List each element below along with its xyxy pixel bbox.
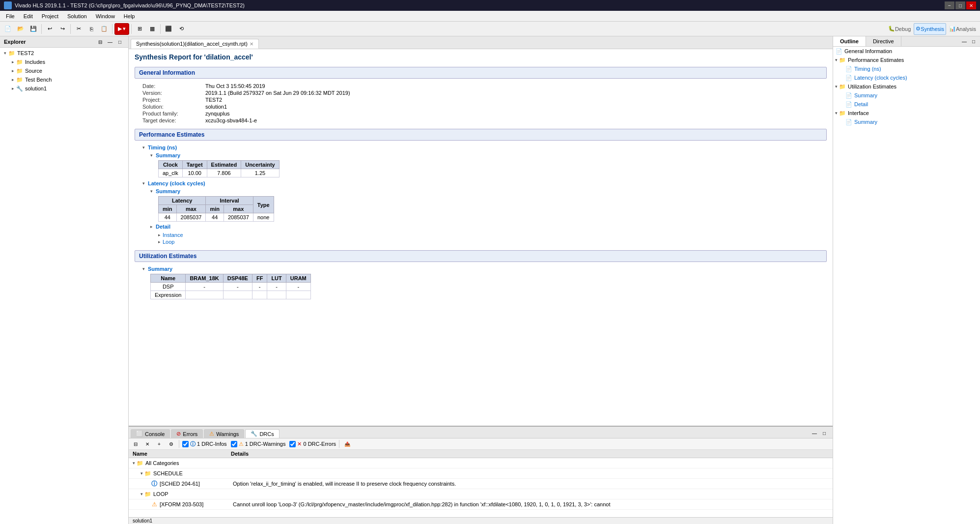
menu-bar: File Edit Project Solution Window Help	[0, 11, 980, 22]
drc-infos-checkbox-label[interactable]: ⓘ 1 DRC-Infos	[182, 440, 227, 448]
drc-infos-checkbox[interactable]	[182, 441, 189, 447]
outline-item-latency[interactable]: 📄 Latency (clock cycles)	[833, 73, 980, 82]
run-synthesis-button[interactable]: ▶ ▾	[114, 23, 129, 35]
outline-tab[interactable]: Outline	[833, 36, 866, 46]
tree-item-testbench[interactable]: ▸ 📁 Test Bench	[0, 75, 128, 84]
tab-errors[interactable]: ⊘ Errors	[171, 429, 203, 438]
open-btn[interactable]: 📂	[15, 23, 27, 35]
latency-cell-min: 44	[159, 213, 177, 222]
tab-close-btn[interactable]: ✕	[250, 41, 253, 47]
outline-item-util-summary[interactable]: 📄 Summary	[833, 91, 980, 100]
separator-4	[131, 24, 132, 34]
bottom-panel-minimize-btn[interactable]: —	[810, 429, 819, 437]
tree-item-includes[interactable]: ▸ 📁 Includes	[0, 58, 128, 66]
util-cell-lut-expr	[267, 291, 286, 299]
outline-item-timing[interactable]: 📄 Timing (ns)	[833, 64, 980, 73]
explorer-minimize-btn[interactable]: —	[106, 38, 114, 46]
tree-item-test2[interactable]: ▾ 📁 TEST2	[0, 49, 128, 58]
grid-view-btn[interactable]: ⊞	[134, 23, 145, 35]
tree-label-includes: Includes	[25, 59, 45, 65]
drc-warnings-checkbox[interactable]	[231, 441, 237, 447]
cut-btn[interactable]: ✂	[73, 23, 84, 35]
drc-arrow-all-categories: ▾	[133, 461, 135, 466]
explorer-collapse-btn[interactable]: ⊟	[96, 38, 105, 46]
latency-header[interactable]: ▾ Latency (clock cycles)	[142, 180, 827, 186]
outline-item-util-estimates[interactable]: ▾ 📁 Utilization Estimates	[833, 82, 980, 91]
outline-item-util-detail[interactable]: 📄 Detail	[833, 100, 980, 109]
detail-instance[interactable]: ▸ Instance	[158, 232, 827, 238]
tab-warnings-label: Warnings	[216, 431, 239, 437]
latency-detail-header[interactable]: ▸ Detail	[150, 224, 827, 230]
right-panel-minimize-btn[interactable]: —	[960, 37, 969, 45]
new-file-btn[interactable]: 📄	[2, 23, 14, 35]
reset-btn[interactable]: ⟲	[175, 23, 187, 35]
drc-filter-btn[interactable]: ⊟	[131, 439, 140, 448]
directive-tab[interactable]: Directive	[866, 36, 901, 46]
minimize-button[interactable]: −	[945, 1, 954, 9]
copy-btn[interactable]: ⎘	[85, 23, 97, 35]
synthesis-report-tab[interactable]: Synthesis(solution1)(dilation_accel_csyn…	[131, 39, 259, 49]
separator-2	[70, 24, 71, 34]
explorer-maximize-btn[interactable]: □	[115, 38, 124, 46]
util-summary-header[interactable]: ▾ Summary	[142, 266, 827, 272]
drc-export-btn[interactable]: 📤	[342, 439, 352, 448]
drc-row-all-categories[interactable]: ▾ 📁 All Categories	[129, 458, 833, 468]
label-version: Version:	[142, 90, 201, 96]
interval-col-max: max	[224, 205, 253, 213]
interval-col-min: min	[206, 205, 224, 213]
drc-row-xform-203-503[interactable]: ⚠ [XFORM 203-503] Cannot unroll loop 'Lo…	[129, 499, 833, 510]
outline-item-interface-summary[interactable]: 📄 Summary	[833, 117, 980, 126]
menu-file[interactable]: File	[2, 12, 19, 20]
undo-btn[interactable]: ↩	[44, 23, 56, 35]
debug-tab-btn[interactable]: 🐛 Debug	[886, 23, 913, 35]
outline-item-general-info[interactable]: 📄 General Information	[833, 47, 980, 56]
save-btn[interactable]: 💾	[28, 23, 39, 35]
drc-errors-checkbox[interactable]	[289, 441, 296, 447]
drc-warnings-checkbox-label[interactable]: ⚠ 1 DRC-Warnings	[231, 441, 286, 447]
synthesis-tab-btn[interactable]: ⚙ Synthesis	[914, 23, 946, 35]
bottom-panel-maximize-btn[interactable]: □	[820, 429, 829, 437]
close-button[interactable]: ✕	[966, 1, 976, 9]
tree-item-source[interactable]: ▸ 📁 Source	[0, 66, 128, 75]
latency-cell-type: none	[253, 213, 274, 222]
outline-item-interface[interactable]: ▾ 📁 Interface	[833, 109, 980, 117]
drc-settings-btn[interactable]: ⚙	[166, 439, 176, 448]
drc-errors-checkbox-label[interactable]: ✕ 0 DRC-Errors	[289, 441, 336, 447]
tab-drcs[interactable]: 🔧 DRCs	[245, 429, 279, 438]
layout-btn[interactable]: ▦	[146, 23, 158, 35]
menu-edit[interactable]: Edit	[20, 12, 37, 20]
timing-col-target: Target	[182, 161, 207, 169]
stop-btn[interactable]: ⬛	[163, 23, 174, 35]
latency-subsection: ▾ Latency (clock cycles) ▾ Summary Lat	[142, 180, 827, 245]
latency-summary-header[interactable]: ▾ Summary	[150, 188, 827, 194]
outline-icon-general: 📄	[835, 47, 843, 55]
timing-header[interactable]: ▾ Timing (ns)	[142, 145, 827, 150]
outline-item-perf-estimates[interactable]: ▾ 📁 Performance Estimates	[833, 56, 980, 64]
util-row-expression: Expression	[151, 291, 311, 299]
drc-row-schedule[interactable]: ▾ 📁 SCHEDULE	[129, 468, 833, 479]
drc-row-loop[interactable]: ▾ 📁 LOOP	[129, 489, 833, 499]
right-panel-maximize-btn[interactable]: □	[969, 37, 978, 45]
maximize-button[interactable]: □	[955, 1, 965, 9]
menu-project[interactable]: Project	[38, 12, 62, 20]
util-estimates-section: Utilization Estimates	[135, 250, 827, 262]
tree-arrow-includes: ▸	[10, 59, 16, 65]
tab-console[interactable]: ⬜ Console	[131, 429, 170, 438]
outline-icon-util: 📁	[839, 83, 846, 90]
detail-loop[interactable]: ▸ Loop	[158, 238, 827, 245]
redo-btn[interactable]: ↪	[56, 23, 68, 35]
menu-solution[interactable]: Solution	[63, 12, 91, 20]
analysis-tab-btn[interactable]: 📊 Analysis	[947, 23, 978, 35]
timing-summary-header[interactable]: ▾ Summary	[150, 152, 827, 158]
menu-window[interactable]: Window	[92, 12, 119, 20]
outline-label-interface: Interface	[848, 110, 869, 116]
drc-clear-btn[interactable]: ✕	[142, 439, 152, 448]
tree-item-solution1[interactable]: ▸ 🔧 solution1	[0, 84, 128, 93]
drc-row-sched-204-61[interactable]: ⓘ [SCHED 204-61] Option 'relax_ii_for_ti…	[129, 479, 833, 489]
drc-add-btn[interactable]: +	[154, 439, 164, 448]
paste-btn[interactable]: 📋	[98, 23, 110, 35]
latency-col-max: max	[176, 205, 206, 213]
menu-help[interactable]: Help	[120, 12, 139, 20]
tree-arrow-testbench: ▸	[10, 77, 16, 83]
tab-warnings[interactable]: ⚠ Warnings	[204, 429, 244, 438]
